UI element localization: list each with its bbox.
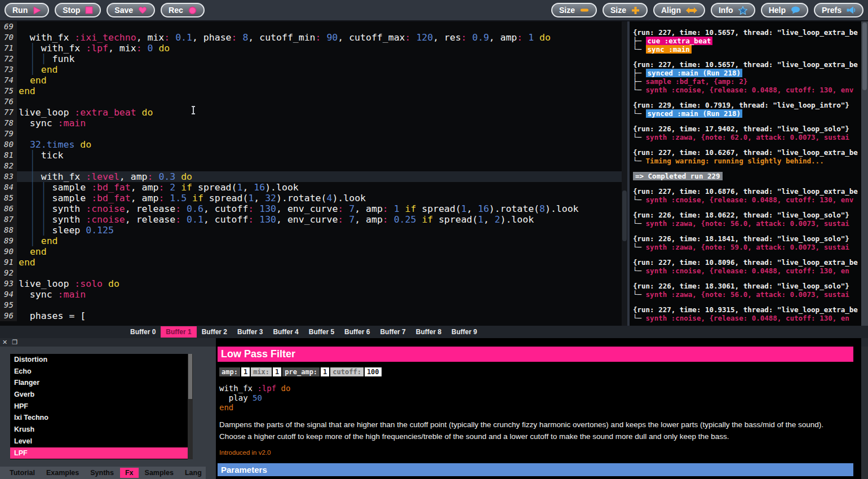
code-line[interactable]: 69 bbox=[0, 21, 627, 32]
log-scrollbar[interactable] bbox=[861, 21, 868, 326]
buffer-tab-7[interactable]: Buffer 7 bbox=[375, 326, 410, 338]
run-button[interactable]: Run bbox=[5, 3, 49, 17]
doc-tab-lang[interactable]: Lang bbox=[180, 468, 207, 478]
code-token bbox=[142, 43, 148, 54]
buffer-tab-4[interactable]: Buffer 4 bbox=[268, 326, 303, 338]
toolbar-left-group: Run Stop Save Rec bbox=[5, 3, 205, 17]
code-editor[interactable]: 6970 with_fx :ixi_techno, mix: 0.1, phas… bbox=[0, 21, 627, 326]
code-token: sleep bbox=[47, 225, 86, 236]
editor-scrollbar[interactable] bbox=[622, 21, 627, 326]
code-token: │ bbox=[30, 214, 36, 225]
size-decrease-button[interactable]: Size bbox=[551, 3, 597, 17]
param-chip-value: 1 bbox=[273, 367, 281, 376]
code-line[interactable]: 86 │ │ synth :cnoise, release: 0.6, cuto… bbox=[0, 203, 627, 214]
fx-list-scrollbar[interactable] bbox=[188, 354, 193, 459]
fx-list-item-distortion[interactable]: Distortion bbox=[10, 354, 193, 366]
size-increase-button[interactable]: Size bbox=[603, 3, 648, 17]
log-entry: {run: 227, time: 10.6876, thread: "live_… bbox=[633, 187, 861, 204]
rec-button[interactable]: Rec bbox=[161, 3, 205, 17]
code-line[interactable]: 92 bbox=[0, 268, 627, 278]
fx-list-item-flanger[interactable]: Flanger bbox=[10, 377, 193, 389]
editor-scrollbar-thumb[interactable] bbox=[622, 190, 627, 241]
code-line[interactable]: 84 │ │ sample :bd_fat, amp: 2 if spread(… bbox=[0, 182, 627, 193]
fx-list-item-hpf[interactable]: HPF bbox=[10, 401, 193, 413]
code-token: 32 bbox=[265, 193, 276, 203]
fx-list-item-echo[interactable]: Echo bbox=[10, 366, 193, 378]
code-line[interactable]: 90 end bbox=[0, 246, 627, 257]
code-line[interactable]: 72 │ │ funk bbox=[0, 54, 627, 64]
log-entry: {run: 226, time: 18.0622, thread: "live_… bbox=[633, 211, 861, 228]
code-line[interactable]: 96 phases = [ bbox=[0, 311, 627, 321]
code-line[interactable]: 82 │ bbox=[0, 161, 627, 171]
doc-tab-samples[interactable]: Samples bbox=[140, 468, 179, 478]
buffer-tab-2[interactable]: Buffer 2 bbox=[197, 326, 232, 338]
code-line[interactable]: 71 │ with_fx :lpf, mix: 0 do bbox=[0, 43, 627, 54]
code-line[interactable]: 75end bbox=[0, 86, 627, 96]
buffer-tab-8[interactable]: Buffer 8 bbox=[411, 326, 446, 338]
code-token bbox=[36, 193, 41, 203]
code-line[interactable]: 74 end bbox=[0, 75, 627, 86]
buffer-tab-5[interactable]: Buffer 5 bbox=[304, 326, 339, 338]
fx-list-item-level[interactable]: Level bbox=[10, 436, 193, 447]
doc-tab-synths[interactable]: Synths bbox=[85, 468, 119, 478]
code-line[interactable]: 73 │ end bbox=[0, 64, 627, 75]
detach-icon[interactable]: ❐ bbox=[12, 338, 17, 347]
info-button[interactable]: Info bbox=[711, 3, 755, 17]
log-entry-detail: └─ synth :cnoise, {release: 0.0488, cuto… bbox=[633, 314, 861, 322]
code-line[interactable]: 91end bbox=[0, 257, 627, 268]
doc-tab-tutorial[interactable]: Tutorial bbox=[5, 468, 40, 478]
log-detail-text: synth :zawa, {note: 56.0, attack: 0.0073… bbox=[646, 290, 849, 299]
code-line[interactable]: 77live_loop :extra_beat do bbox=[0, 107, 627, 118]
fx-list-item-krush[interactable]: Krush bbox=[10, 424, 193, 436]
doc-tab-fx[interactable]: Fx bbox=[120, 468, 139, 478]
code-line[interactable]: 76 bbox=[0, 96, 627, 107]
code-line[interactable]: 95 bbox=[0, 300, 627, 311]
log-detail-text: synth :cnoise, {release: 0.0488, cutoff:… bbox=[646, 267, 849, 275]
stop-button[interactable]: Stop bbox=[55, 3, 101, 17]
code-line[interactable]: 85 │ │ sample :bd_fat, amp: 1.5 if sprea… bbox=[0, 193, 627, 203]
code-line[interactable]: 70 with_fx :ixi_techno, mix: 0.1, phase:… bbox=[0, 32, 627, 43]
save-button[interactable]: Save bbox=[107, 3, 155, 17]
align-button[interactable]: Align bbox=[653, 3, 705, 17]
fx-list-item-ixi-techno[interactable]: Ixi Techno bbox=[10, 412, 193, 424]
code-token: 1 bbox=[237, 182, 243, 193]
code-line[interactable]: 83 │ with_fx :level, amp: 0.3 do bbox=[0, 171, 627, 182]
fx-list-item-gverb[interactable]: Gverb bbox=[10, 389, 193, 401]
help-content[interactable]: Low Pass Filter amp:1mix:1pre_amp:1cutof… bbox=[216, 338, 861, 479]
code-line[interactable]: 80 32.times do bbox=[0, 139, 627, 150]
code-token: 0.1 bbox=[187, 214, 203, 225]
code-line-text: │ with_fx :level, amp: 0.3 do bbox=[17, 171, 627, 182]
code-line[interactable]: 79 bbox=[0, 128, 627, 139]
buffer-tab-9[interactable]: Buffer 9 bbox=[446, 326, 482, 338]
fx-list-scrollbar-thumb[interactable] bbox=[188, 354, 192, 399]
star-icon bbox=[738, 6, 747, 15]
fx-list-item-lpf[interactable]: LPF bbox=[10, 447, 193, 459]
log-panel[interactable]: {run: 227, time: 10.5657, thread: "live_… bbox=[630, 21, 861, 326]
prefs-button[interactable]: Prefs bbox=[814, 3, 863, 17]
code-line-text: │ │ synth :cnoise, release: 0.1, cutoff:… bbox=[17, 214, 627, 225]
close-icon[interactable]: ✕ bbox=[2, 338, 7, 347]
buffer-tab-1[interactable]: Buffer 1 bbox=[161, 326, 196, 338]
buffer-tab-0[interactable]: Buffer 0 bbox=[125, 326, 161, 338]
log-scrollbar-thumb[interactable] bbox=[862, 23, 867, 90]
code-token bbox=[19, 64, 30, 75]
code-line[interactable]: 94 sync :main bbox=[0, 289, 627, 300]
code-line[interactable]: 93live_loop :solo do bbox=[0, 278, 627, 289]
code-token bbox=[19, 161, 30, 171]
code-line[interactable]: 78 sync :main bbox=[0, 118, 627, 128]
help-scrollbar[interactable] bbox=[861, 347, 868, 479]
buffer-tab-3[interactable]: Buffer 3 bbox=[232, 326, 268, 338]
sonic-pi-window: Run Stop Save Rec Size Size bbox=[0, 0, 868, 479]
fx-list[interactable]: DistortionEchoFlangerGverbHPFIxi TechnoK… bbox=[10, 354, 193, 459]
code-line[interactable]: 81 │ tick bbox=[0, 150, 627, 161]
code-token: do bbox=[80, 139, 91, 150]
code-line[interactable]: 89 │ end bbox=[0, 236, 627, 246]
doc-tab-examples[interactable]: Examples bbox=[41, 468, 84, 478]
help-button[interactable]: Help bbox=[761, 3, 808, 17]
buffer-tab-6[interactable]: Buffer 6 bbox=[339, 326, 375, 338]
code-line[interactable]: 88 │ │ sleep 0.125 bbox=[0, 225, 627, 236]
code-token bbox=[19, 75, 30, 86]
code-line[interactable]: 87 │ │ synth :cnoise, release: 0.1, cuto… bbox=[0, 214, 627, 225]
line-number: 90 bbox=[0, 246, 17, 257]
line-number: 88 bbox=[0, 225, 17, 236]
